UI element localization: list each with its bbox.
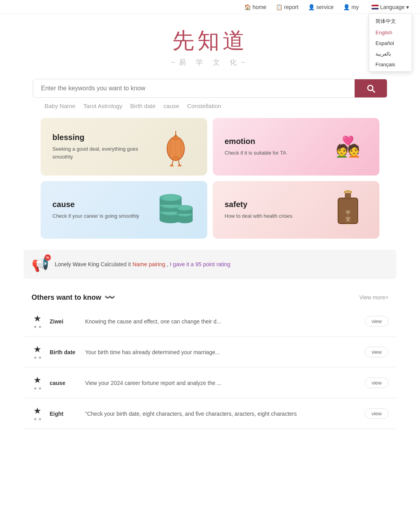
- card-emotion-desc: Check if it is suitable for TA: [225, 149, 328, 157]
- card-cause[interactable]: cause Check if your career is going smoo…: [41, 181, 207, 239]
- card-cause-title: cause: [52, 200, 156, 209]
- search-icon: [366, 83, 376, 93]
- home-icon: 🏠: [244, 4, 251, 10]
- search-section: [0, 71, 420, 98]
- svg-rect-35: [345, 193, 351, 199]
- nav-bar: 🏠 home 📋 report 👤 service 👤 my Language …: [0, 0, 420, 14]
- language-menu: 简体中文 English Español بالعربية Français: [369, 13, 412, 72]
- list-item-star: ★ ★ ★: [32, 375, 43, 390]
- list-item-category: cause: [50, 380, 85, 386]
- announce-sep: ,: [167, 261, 168, 267]
- language-label: Language: [380, 4, 405, 10]
- search-tags: Baby Name Tarot Astrology Birth date cau…: [21, 98, 399, 114]
- svg-point-22: [162, 195, 179, 200]
- others-section: Others want to know 〰️ View more> ★ ★ ★ …: [24, 286, 396, 430]
- search-input[interactable]: [33, 79, 355, 97]
- svg-text:平: 平: [346, 210, 351, 216]
- card-blessing[interactable]: blessing Seeking a good deal, everything…: [41, 118, 207, 176]
- nav-service-label: service: [316, 4, 334, 10]
- report-icon: 📋: [276, 4, 282, 10]
- my-icon: 👤: [343, 4, 350, 10]
- announce-text: Lonely Wave King Calculated it Name pair…: [55, 261, 230, 267]
- announce-user: Lonely Wave King: [55, 261, 99, 267]
- view-more-button[interactable]: View more>: [359, 294, 388, 301]
- nav-report-label: report: [284, 4, 299, 10]
- list-item: ★ ★ ★ cause View your 2024 career fortun…: [24, 368, 396, 398]
- list-item: ★ ★ ★ Ziwei Knowing the cause and effect…: [24, 306, 396, 336]
- announce-rating[interactable]: I gave it a 95 point rating: [170, 261, 230, 267]
- list-item-desc: Your birth time has already determined y…: [85, 349, 360, 355]
- nav-report[interactable]: 📋 report: [276, 4, 299, 10]
- emotion-icon: 💑: [328, 129, 368, 164]
- site-title: 先知道: [0, 26, 420, 56]
- cards-grid: blessing Seeking a good deal, everything…: [17, 114, 403, 243]
- card-cause-desc: Check if your career is going smoothly: [52, 212, 156, 220]
- search-button[interactable]: [355, 79, 387, 97]
- blessing-icon: [156, 129, 195, 164]
- cause-icon: [156, 192, 195, 228]
- svg-point-8: [170, 164, 173, 166]
- search-tag-constellation[interactable]: Constellation: [187, 103, 221, 109]
- site-subtitle: ~易 学 文 化~: [0, 58, 420, 67]
- card-safety[interactable]: safety How to deal with health crises 平 …: [213, 181, 379, 239]
- svg-text:符: 符: [346, 223, 350, 228]
- others-deco: 〰️: [104, 292, 115, 303]
- list-item-view-button[interactable]: view: [365, 347, 388, 357]
- list-item-desc: "Check your birth date, eight characters…: [85, 411, 360, 417]
- list-item-view-button[interactable]: view: [365, 377, 388, 388]
- announce-banner: 📢 % Lonely Wave King Calculated it Name …: [24, 250, 396, 279]
- list-item-category: Eight: [50, 411, 85, 417]
- lang-en[interactable]: English: [369, 27, 412, 38]
- list-item-desc: View your 2024 career fortune report and…: [85, 380, 360, 386]
- others-header: Others want to know 〰️ View more>: [24, 286, 396, 306]
- lang-fr[interactable]: Français: [369, 59, 412, 70]
- card-blessing-desc: Seeking a good deal, everything goes smo…: [52, 145, 156, 161]
- announce-action-text: Calculated it: [100, 261, 131, 267]
- svg-point-39: [349, 191, 352, 193]
- svg-text:安: 安: [346, 216, 351, 222]
- lang-zh[interactable]: 简体中文: [369, 15, 412, 27]
- search-tag-cause[interactable]: cause: [164, 103, 179, 109]
- lang-ar[interactable]: بالعربية: [369, 49, 412, 59]
- list-item-category: Ziwei: [50, 318, 85, 325]
- svg-point-9: [178, 164, 181, 166]
- list-item-view-button[interactable]: view: [365, 408, 388, 419]
- lang-es[interactable]: Español: [369, 38, 412, 49]
- card-emotion-title: emotion: [225, 137, 328, 146]
- list-item-star: ★ ★ ★: [32, 344, 43, 360]
- svg-point-29: [178, 206, 191, 210]
- search-tag-tarot[interactable]: Tarot Astrology: [83, 103, 122, 109]
- nav-service[interactable]: 👤 service: [308, 4, 334, 10]
- card-safety-desc: How to deal with health crises: [225, 212, 328, 220]
- list-item: ★ ★ ★ Birth date Your birth time has alr…: [24, 337, 396, 367]
- others-title-text: Others want to know: [32, 293, 101, 302]
- nav-home[interactable]: 🏠 home: [244, 4, 266, 10]
- language-button[interactable]: Language ▾: [368, 2, 412, 12]
- announce-badge: %: [45, 254, 51, 261]
- list-item-star: ★ ★ ★: [32, 406, 43, 421]
- safety-icon: 平 安 符: [328, 192, 368, 228]
- svg-point-38: [344, 191, 346, 193]
- nav-my[interactable]: 👤 my: [343, 4, 359, 10]
- nav-my-label: my: [351, 4, 359, 10]
- announce-icon: 📢 %: [32, 256, 49, 273]
- nav-home-label: home: [253, 4, 266, 10]
- search-tag-baby-name[interactable]: Baby Name: [45, 103, 75, 109]
- list-item-view-button[interactable]: view: [365, 316, 388, 327]
- page-header: 先知道 ~易 学 文 化~: [0, 14, 420, 71]
- card-safety-title: safety: [225, 200, 328, 209]
- list-item-desc: Knowing the cause and effect, one can ch…: [85, 318, 360, 325]
- search-bar: [33, 79, 387, 98]
- list-item: ★ ★ ★ Eight "Check your birth date, eigh…: [24, 399, 396, 429]
- list-item-star: ★ ★ ★: [32, 314, 43, 329]
- language-dropdown[interactable]: Language ▾ 简体中文 English Español بالعربية…: [368, 2, 412, 12]
- list-items: ★ ★ ★ Ziwei Knowing the cause and effect…: [24, 306, 396, 430]
- card-emotion[interactable]: emotion Check if it is suitable for TA 💑: [213, 118, 379, 176]
- search-tag-birth-date[interactable]: Birth date: [130, 103, 156, 109]
- service-icon: 👤: [308, 4, 315, 10]
- list-item-category: Birth date: [50, 349, 85, 355]
- chevron-down-icon: ▾: [406, 4, 409, 10]
- card-blessing-title: blessing: [52, 133, 156, 142]
- others-title: Others want to know 〰️: [32, 292, 115, 303]
- announce-link[interactable]: Name pairing: [132, 261, 165, 267]
